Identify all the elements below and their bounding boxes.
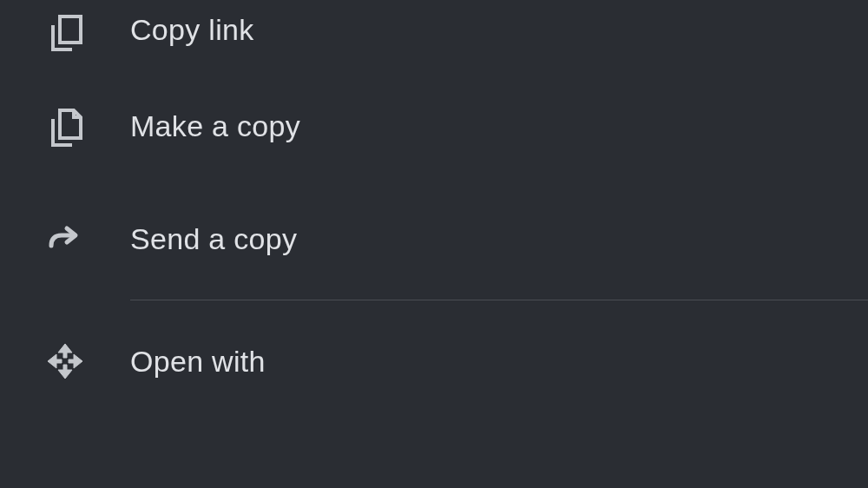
- menu-item-label: Make a copy: [130, 109, 300, 143]
- menu-item-label: Open with: [130, 345, 266, 379]
- copy-link-icon: [0, 13, 130, 55]
- menu-item-copy-link[interactable]: Copy link: [0, 4, 868, 69]
- menu-item-send-copy[interactable]: Send a copy: [0, 182, 868, 295]
- svg-rect-0: [60, 16, 81, 43]
- send-arrow-icon: [0, 218, 130, 260]
- menu-item-open-with[interactable]: Open with: [0, 305, 868, 418]
- menu-divider: [130, 300, 868, 300]
- menu-item-label: Copy link: [130, 13, 254, 47]
- open-with-icon: [0, 340, 130, 382]
- file-copy-icon: [0, 105, 130, 147]
- context-menu: Copy link Make a copy Send a copy: [0, 0, 868, 418]
- menu-item-make-copy[interactable]: Make a copy: [0, 69, 868, 182]
- menu-item-label: Send a copy: [130, 222, 297, 256]
